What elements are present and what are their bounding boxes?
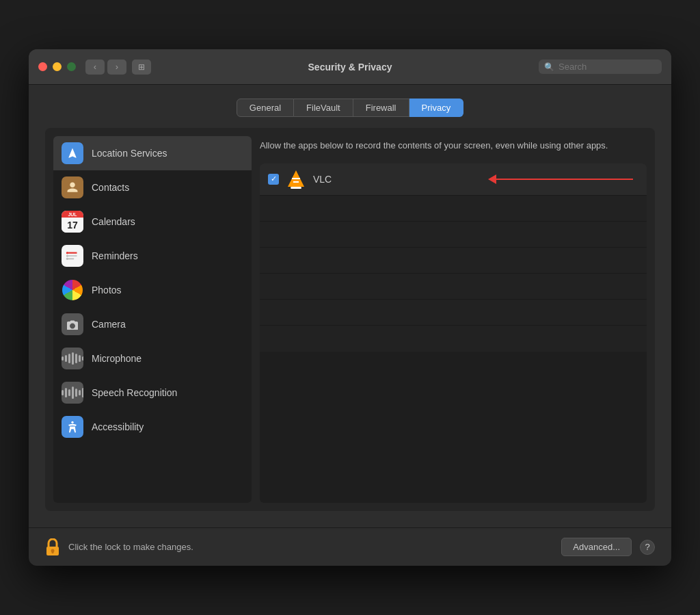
sidebar-label-camera: Camera <box>92 319 126 330</box>
vlc-icon <box>286 169 306 189</box>
back-button[interactable]: ‹ <box>85 60 105 75</box>
vlc-app-name: VLC <box>313 174 332 185</box>
reminders-icon <box>62 245 83 267</box>
forward-button[interactable]: › <box>107 60 126 75</box>
sidebar-item-photos[interactable]: Photos <box>53 273 252 307</box>
vlc-checkbox[interactable]: ✓ <box>268 174 279 185</box>
speech-recognition-icon <box>62 382 83 404</box>
traffic-lights <box>38 62 76 71</box>
sidebar-item-reminders[interactable]: Reminders <box>53 239 252 273</box>
sidebar-label-accessibility: Accessibility <box>92 421 144 432</box>
search-icon: 🔍 <box>544 62 554 72</box>
accessibility-icon <box>62 416 83 438</box>
empty-row-2 <box>260 222 647 248</box>
svg-rect-14 <box>52 551 54 553</box>
contacts-icon <box>62 176 83 198</box>
app-list: ✓ <box>260 163 647 503</box>
photos-icon <box>62 279 83 301</box>
advanced-button[interactable]: Advanced... <box>561 538 632 556</box>
sidebar-item-location-services[interactable]: Location Services <box>53 136 252 170</box>
sidebar-label-contacts: Contacts <box>92 182 129 193</box>
empty-row-1 <box>260 196 647 222</box>
sidebar-item-camera[interactable]: Camera <box>53 307 252 341</box>
window-title: Security & Privacy <box>308 62 392 73</box>
main-panel: Location Services Contacts JUL 17 Calend… <box>45 128 655 511</box>
search-box[interactable]: 🔍 <box>539 60 662 74</box>
tabs: General FileVault Firewall Privacy <box>45 99 655 117</box>
search-input[interactable] <box>558 62 656 72</box>
tab-filevault[interactable]: FileVault <box>294 99 353 117</box>
sidebar-item-accessibility[interactable]: Accessibility <box>53 410 252 444</box>
help-button[interactable]: ? <box>640 540 655 555</box>
tab-general[interactable]: General <box>237 99 294 117</box>
empty-row-4 <box>260 274 647 300</box>
close-button[interactable] <box>38 62 47 71</box>
tab-firewall[interactable]: Firewall <box>353 99 409 117</box>
lock-text: Click the lock to make changes. <box>68 542 193 552</box>
sidebar-item-contacts[interactable]: Contacts <box>53 170 252 205</box>
tab-privacy[interactable]: Privacy <box>409 99 464 117</box>
empty-row-6 <box>260 326 647 352</box>
svg-point-6 <box>66 258 68 260</box>
right-panel: Allow the apps below to record the conte… <box>260 136 647 503</box>
calendar-icon: JUL 17 <box>62 211 83 233</box>
sidebar-item-calendars[interactable]: JUL 17 Calendars <box>53 205 252 239</box>
nav-buttons: ‹ › <box>85 60 126 75</box>
sidebar-label-photos: Photos <box>92 285 122 296</box>
description-text: Allow the apps below to record the conte… <box>260 136 647 155</box>
svg-point-5 <box>66 254 68 257</box>
main-window: ‹ › ⊞ Security & Privacy 🔍 General FileV… <box>29 49 671 566</box>
microphone-icon <box>62 348 83 369</box>
sidebar-item-microphone[interactable]: Microphone <box>53 341 252 376</box>
maximize-button[interactable] <box>67 62 76 71</box>
table-row[interactable]: ✓ <box>260 163 647 196</box>
sidebar-item-speech-recognition[interactable]: Speech Recognition <box>53 376 252 410</box>
location-services-icon <box>62 142 83 164</box>
camera-icon <box>62 313 83 335</box>
sidebar-label-speech-recognition: Speech Recognition <box>92 387 177 398</box>
grid-button[interactable]: ⊞ <box>132 60 151 75</box>
minimize-button[interactable] <box>53 62 62 71</box>
empty-row-3 <box>260 248 647 274</box>
content-area: General FileVault Firewall Privacy Locat… <box>29 85 671 527</box>
empty-row-5 <box>260 300 647 326</box>
svg-point-7 <box>71 421 73 423</box>
sidebar-label-microphone: Microphone <box>92 353 142 364</box>
bottom-bar: Click the lock to make changes. Advanced… <box>29 527 671 566</box>
sidebar-label-calendars: Calendars <box>92 216 135 227</box>
svg-rect-11 <box>291 187 301 189</box>
sidebar: Location Services Contacts JUL 17 Calend… <box>53 136 252 503</box>
sidebar-label-location-services: Location Services <box>92 148 167 159</box>
sidebar-label-reminders: Reminders <box>92 250 138 261</box>
titlebar: ‹ › ⊞ Security & Privacy 🔍 <box>29 49 671 85</box>
svg-point-4 <box>66 252 68 254</box>
red-arrow <box>488 174 633 184</box>
lock-icon[interactable] <box>45 538 60 556</box>
